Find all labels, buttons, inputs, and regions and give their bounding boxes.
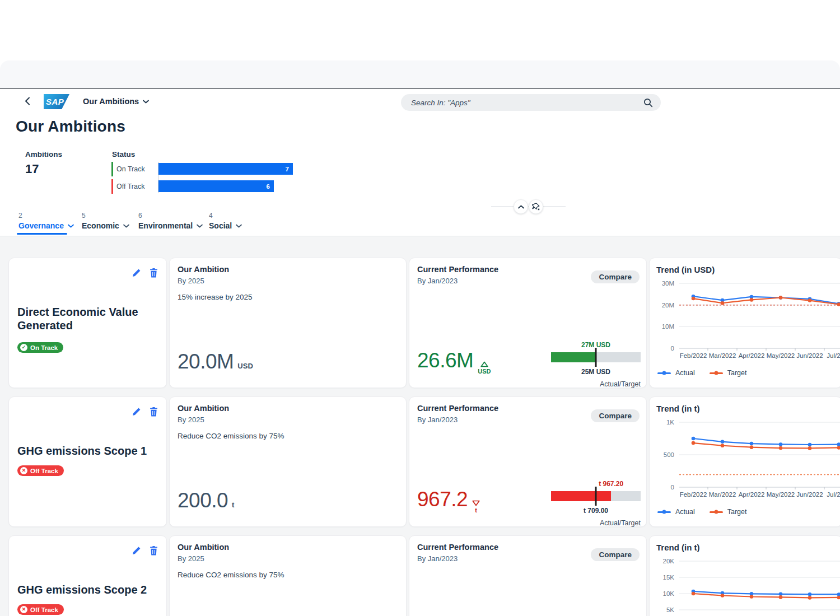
legend-label: Actual [675,508,695,516]
trash-icon [150,268,158,278]
panel-timeframe: By Jan/2023 [417,554,458,563]
value-unit: t [232,501,234,509]
status-badge-label: Off Track [30,468,58,474]
chevron-up-icon [518,205,524,209]
legend-item[interactable]: Target [710,508,747,516]
panel-timeframe: By 2025 [178,277,204,285]
edit-button[interactable] [131,268,141,278]
panel-timeframe: By 2025 [178,416,204,424]
legend-item[interactable]: Actual [657,508,695,516]
pin-header-button[interactable] [529,199,543,214]
svg-text:30M: 30M [662,280,674,287]
trash-icon [150,407,158,417]
our-ambition-panel: Our Ambition By 2025 Reduce CO2 emission… [169,396,407,527]
svg-text:Mar/2022: Mar/2022 [709,491,736,498]
trash-icon [150,546,158,556]
svg-text:May/2022: May/2022 [767,352,795,359]
bullet-top-label: t 967.20 [599,480,623,488]
status-badge-icon: ✓ [20,344,27,351]
our-ambition-panel: Our Ambition By 2025 15% increase by 202… [169,258,407,388]
status-bar-label: Off Track [116,183,144,190]
value-number: 26.6M [417,349,473,372]
panel-heading: Current Performance [417,265,498,274]
collapse-header-button[interactable] [514,199,528,214]
svg-text:Apr/2022: Apr/2022 [739,491,765,498]
svg-text:Feb/2022: Feb/2022 [680,352,707,359]
back-button[interactable] [22,97,32,107]
status-legend-on-track: On Track [111,162,145,176]
ambition-card[interactable]: Direct Economic Value Generated ✓On Trac… [8,258,167,388]
compare-button[interactable]: Compare [591,548,640,561]
current-performance-panel: Current Performance By Jan/2023 Compare [409,535,647,616]
chevron-down-icon [236,224,242,228]
tab-count: 4 [209,212,242,220]
search-input[interactable]: Search In: "Apps" [401,94,661,111]
panel-timeframe: By 2025 [178,554,204,563]
tab-social[interactable]: 4 Social [209,212,242,230]
edit-button[interactable] [131,407,141,417]
tab-label: Environmental [138,221,193,230]
kpi-title: GHG emissions Scope 1 [17,444,158,458]
performance-value: 967.2 t [417,488,480,514]
value-unit: t [475,507,477,514]
legend-item[interactable]: Target [710,369,747,377]
ambition-card[interactable]: GHG emissions Scope 1 ✕Off Track [8,396,167,527]
search-icon[interactable] [643,98,653,108]
current-performance-panel: Current Performance By Jan/2023 Compare … [409,258,647,388]
panel-heading: Our Ambition [178,265,229,274]
ambition-value: 20.0MUSD [178,350,253,374]
legend-label: Target [727,369,747,377]
delete-button[interactable] [148,268,158,278]
status-label: Status [112,150,135,158]
tab-label: Social [209,221,232,230]
pencil-icon [132,407,141,417]
pencil-icon [132,268,141,278]
active-tab-indicator [17,233,67,235]
bullet-fill [551,352,596,362]
ambition-card[interactable]: GHG emissions Scope 2 ✕Off Track [8,535,167,616]
chevron-down-icon [197,224,203,228]
svg-text:Apr/2022: Apr/2022 [739,352,765,359]
trend-title: Trend (in t) [656,543,700,552]
legend-item[interactable]: Actual [657,369,695,377]
tab-label: Governance [18,221,64,230]
pencil-icon [132,546,141,556]
tab-economic[interactable]: 5 Economic [82,212,129,230]
tab-governance[interactable]: 2 Governance [18,212,74,230]
current-performance-panel: Current Performance By Jan/2023 Compare … [409,396,647,527]
sap-logo-text: SAP [44,97,64,106]
ambition-description: Reduce CO2 emissions by 75% [178,432,284,440]
search-placeholder: Search In: "Apps" [411,99,470,107]
delete-button[interactable] [148,546,158,556]
sap-logo[interactable]: SAP [44,94,69,109]
status-legend-off-track: Off Track [111,179,144,194]
svg-text:Feb/2022: Feb/2022 [680,491,707,498]
chevron-down-icon [123,224,129,228]
panel-heading: Current Performance [417,543,498,552]
app-title-dropdown[interactable]: Our Ambitions [83,97,149,106]
status-bar-on-track[interactable]: 7 [158,163,293,175]
status-bar-label: On Track [116,165,145,173]
svg-text:0: 0 [671,484,674,491]
page-title: Our Ambitions [16,118,125,136]
tab-environmental[interactable]: 6 Environmental [138,212,203,230]
status-bar-off-track[interactable]: 6 [158,180,274,192]
svg-text:1K: 1K [666,419,674,426]
legend-marker [657,372,671,374]
svg-text:5K: 5K [666,606,674,613]
svg-text:15K: 15K [663,574,675,581]
status-badge-icon: ✕ [20,606,27,613]
panel-heading: Our Ambition [178,404,229,413]
compare-button[interactable]: Compare [591,270,640,283]
svg-text:May/2022: May/2022 [767,491,795,498]
panel-timeframe: By Jan/2023 [417,277,458,285]
edit-button[interactable] [131,546,141,556]
bullet-target-marker [595,487,597,506]
ambition-description: 15% increase by 2025 [178,293,253,301]
status-badge-label: Off Track [30,606,58,613]
compare-button[interactable]: Compare [591,409,640,422]
kpi-title: Direct Economic Value Generated [17,305,158,332]
status-badge-icon: ✕ [20,467,27,474]
status-badge: ✕Off Track [17,465,64,476]
delete-button[interactable] [148,407,158,417]
